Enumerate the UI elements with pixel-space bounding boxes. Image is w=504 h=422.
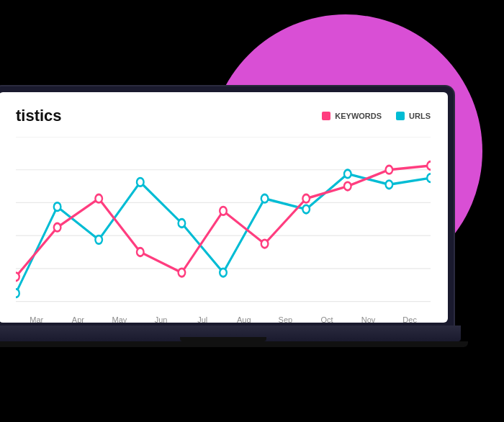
kw-dot-8 (344, 182, 351, 190)
laptop-bezel: tistics KEYWORDS URLS (0, 86, 454, 326)
x-label-nov: Nov (348, 315, 390, 323)
x-label-aug: Aug (223, 315, 265, 323)
kw-dot-9 (386, 166, 393, 174)
chart-svg (16, 137, 431, 310)
x-label-apr: Apr (58, 315, 99, 323)
legend-keywords: KEYWORDS (322, 112, 382, 120)
kw-dot-10 (427, 161, 431, 169)
keywords-dot (322, 112, 330, 120)
kw-dot-1 (54, 223, 61, 231)
chart-area: Mar Apr May Jun Jul Aug Sep Oct Nov Dec (16, 137, 431, 310)
laptop-foot (0, 341, 468, 347)
chart-title: tistics (16, 107, 62, 125)
legend-urls: URLS (396, 112, 431, 120)
kw-dot-3 (137, 248, 144, 256)
url-dot-1 (54, 202, 61, 210)
x-label-jun: Jun (140, 315, 182, 323)
laptop-screen: tistics KEYWORDS URLS (0, 92, 448, 323)
x-label-sep: Sep (265, 315, 307, 323)
url-dot-4 (179, 219, 186, 227)
kw-dot-0 (16, 273, 19, 281)
laptop-base (0, 326, 461, 341)
url-dot-0 (16, 289, 19, 297)
x-axis-labels: Mar Apr May Jun Jul Aug Sep Oct Nov Dec (16, 313, 431, 323)
url-dot-9 (386, 181, 393, 189)
url-dot-8 (344, 170, 351, 178)
x-label-oct: Oct (306, 315, 348, 323)
url-dot-10 (427, 174, 431, 181)
kw-dot-2 (95, 194, 102, 202)
laptop-mockup: tistics KEYWORDS URLS (0, 86, 468, 347)
url-dot-7 (302, 205, 310, 213)
kw-dot-7 (302, 194, 310, 202)
chart-legend: KEYWORDS URLS (322, 112, 431, 120)
url-dot-5 (220, 269, 227, 277)
kw-dot-5 (220, 207, 227, 215)
x-label-mar: Mar (16, 315, 58, 323)
url-dot-2 (95, 235, 102, 243)
kw-dot-6 (261, 240, 269, 248)
urls-label: URLS (409, 112, 431, 120)
x-label-dec: Dec (389, 315, 431, 323)
url-dot-3 (137, 178, 144, 186)
x-label-jul: Jul (181, 315, 223, 323)
url-dot-6 (261, 194, 269, 202)
keywords-line (16, 166, 431, 277)
urls-dot (396, 112, 405, 120)
chart-header: tistics KEYWORDS URLS (16, 107, 431, 125)
kw-dot-4 (179, 269, 186, 277)
keywords-label: KEYWORDS (335, 112, 382, 120)
x-label-may: May (99, 315, 140, 323)
